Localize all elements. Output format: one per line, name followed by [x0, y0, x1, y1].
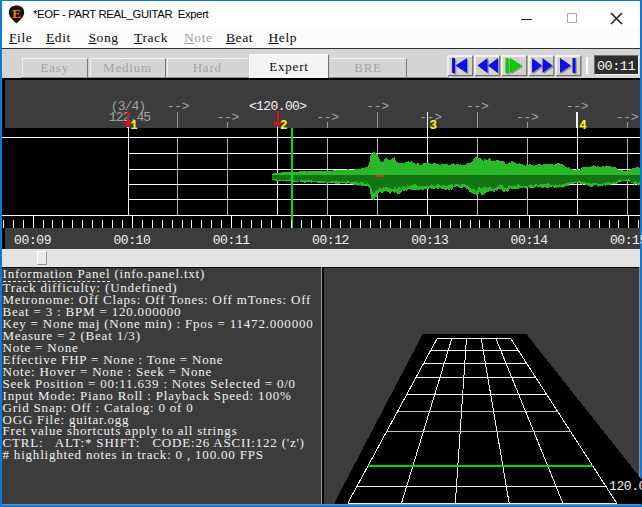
- svg-text:120.00: 120.00: [609, 479, 642, 494]
